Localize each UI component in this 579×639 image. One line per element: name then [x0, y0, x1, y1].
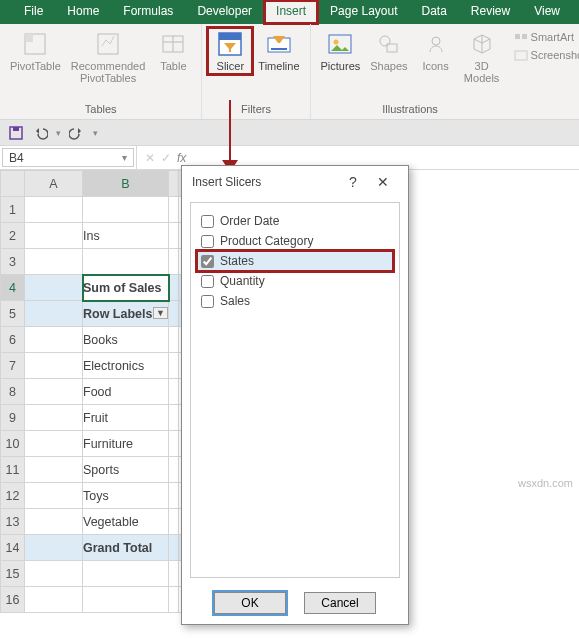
recommended-pivottables-button[interactable]: Recommended PivotTables: [67, 28, 150, 86]
cell[interactable]: [169, 535, 179, 561]
cell[interactable]: [25, 405, 83, 431]
cell[interactable]: [169, 327, 179, 353]
shapes-button[interactable]: Shapes: [366, 28, 411, 74]
dialog-close-button[interactable]: ✕: [368, 174, 398, 190]
row-header-6[interactable]: 6: [1, 327, 25, 353]
cell[interactable]: Sports: [83, 457, 169, 483]
slicer-button[interactable]: Slicer: [208, 28, 252, 74]
cell[interactable]: [25, 301, 83, 327]
row-header-5[interactable]: 5: [1, 301, 25, 327]
cell[interactable]: [169, 483, 179, 509]
cell[interactable]: [25, 561, 83, 587]
row-header-2[interactable]: 2: [1, 223, 25, 249]
tab-view[interactable]: View: [522, 0, 572, 24]
cell[interactable]: Electronics: [83, 353, 169, 379]
pivottable-button[interactable]: PivotTable: [6, 28, 65, 74]
tab-insert[interactable]: Insert: [264, 0, 318, 24]
row-header-15[interactable]: 15: [1, 561, 25, 587]
cell[interactable]: [169, 197, 179, 223]
row-header-13[interactable]: 13: [1, 509, 25, 535]
row-header-8[interactable]: 8: [1, 379, 25, 405]
cancel-button[interactable]: Cancel: [304, 592, 376, 614]
cell[interactable]: Toys: [83, 483, 169, 509]
cell[interactable]: [169, 509, 179, 535]
row-header-14[interactable]: 14: [1, 535, 25, 561]
column-header-B[interactable]: B: [83, 171, 169, 197]
tab-data[interactable]: Data: [409, 0, 458, 24]
3d-models-button[interactable]: 3D Models: [460, 28, 504, 86]
cell[interactable]: [169, 431, 179, 457]
cell[interactable]: [25, 327, 83, 353]
cell[interactable]: [83, 249, 169, 275]
row-header-16[interactable]: 16: [1, 587, 25, 613]
cell[interactable]: [169, 275, 179, 301]
fx-icon[interactable]: fx: [177, 151, 186, 165]
cell[interactable]: [25, 587, 83, 613]
smartart-button[interactable]: SmartArt: [514, 30, 579, 44]
cell[interactable]: [25, 249, 83, 275]
cell[interactable]: [25, 223, 83, 249]
row-labels-filter-icon[interactable]: ▼: [153, 307, 168, 319]
cell[interactable]: Sum of Sales: [83, 275, 169, 301]
cell[interactable]: Vegetable: [83, 509, 169, 535]
cell[interactable]: [169, 561, 179, 587]
save-icon[interactable]: [8, 125, 24, 141]
slicer-field-order-date[interactable]: Order Date: [197, 211, 393, 231]
cell[interactable]: Books: [83, 327, 169, 353]
dialog-help-button[interactable]: ?: [338, 174, 368, 190]
cell[interactable]: Furniture: [83, 431, 169, 457]
cell[interactable]: [83, 197, 169, 223]
cell[interactable]: Fruit: [83, 405, 169, 431]
slicer-field-states[interactable]: States: [197, 251, 393, 271]
tab-home[interactable]: Home: [55, 0, 111, 24]
cell[interactable]: Grand Total: [83, 535, 169, 561]
icons-button[interactable]: Icons: [414, 28, 458, 74]
tab-page-layout[interactable]: Page Layout: [318, 0, 409, 24]
undo-icon[interactable]: [32, 125, 48, 141]
select-all-corner[interactable]: [169, 171, 179, 197]
cell[interactable]: [169, 249, 179, 275]
row-header-9[interactable]: 9: [1, 405, 25, 431]
slicer-field-checkbox[interactable]: [201, 275, 214, 288]
tab-file[interactable]: File: [12, 0, 55, 24]
screenshot-button[interactable]: Screensho: [514, 48, 579, 62]
row-header-11[interactable]: 11: [1, 457, 25, 483]
cell[interactable]: [25, 483, 83, 509]
cell[interactable]: [25, 197, 83, 223]
cell[interactable]: Row Labels▼: [83, 301, 169, 327]
ok-button[interactable]: OK: [214, 592, 286, 614]
tab-review[interactable]: Review: [459, 0, 522, 24]
timeline-button[interactable]: Timeline: [254, 28, 303, 74]
cell[interactable]: [25, 353, 83, 379]
row-header-3[interactable]: 3: [1, 249, 25, 275]
slicer-field-product-category[interactable]: Product Category: [197, 231, 393, 251]
undo-chevron-icon[interactable]: ▾: [56, 128, 61, 138]
row-header-7[interactable]: 7: [1, 353, 25, 379]
name-box[interactable]: B4 ▾: [2, 148, 134, 167]
cell[interactable]: [169, 457, 179, 483]
tab-formulas[interactable]: Formulas: [111, 0, 185, 24]
cell[interactable]: Ins: [83, 223, 169, 249]
select-all-corner[interactable]: [1, 171, 25, 197]
column-header-A[interactable]: A: [25, 171, 83, 197]
cell[interactable]: [169, 301, 179, 327]
cell[interactable]: [25, 275, 83, 301]
cell[interactable]: [25, 509, 83, 535]
redo-icon[interactable]: [69, 125, 85, 141]
cell[interactable]: Food: [83, 379, 169, 405]
cell[interactable]: [25, 535, 83, 561]
slicer-field-checkbox[interactable]: [201, 215, 214, 228]
cell[interactable]: [83, 587, 169, 613]
cell[interactable]: [25, 431, 83, 457]
tab-developer[interactable]: Developer: [185, 0, 264, 24]
row-header-4[interactable]: 4: [1, 275, 25, 301]
cell[interactable]: [83, 561, 169, 587]
cell[interactable]: [169, 223, 179, 249]
slicer-field-quantity[interactable]: Quantity: [197, 271, 393, 291]
pictures-button[interactable]: Pictures: [317, 28, 365, 74]
slicer-field-checkbox[interactable]: [201, 255, 214, 268]
slicer-field-checkbox[interactable]: [201, 295, 214, 308]
cell[interactable]: [25, 457, 83, 483]
cell[interactable]: [169, 379, 179, 405]
name-box-chevron-icon[interactable]: ▾: [122, 152, 127, 163]
